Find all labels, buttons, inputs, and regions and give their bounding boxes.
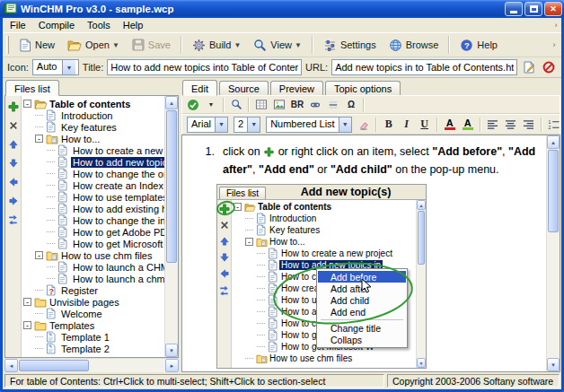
dropdown-caret-icon[interactable]: ▼ [247,118,260,132]
url-input[interactable] [331,59,517,75]
tree-item[interactable]: -Table of contents [232,201,416,213]
context-menu-item-add-after[interactable]: Add after [318,283,406,294]
tree-item[interactable]: How to get Microsoft W [22,238,164,249]
tree-item[interactable]: How create an Index [22,179,164,191]
apply-icon[interactable] [185,97,201,112]
highlight-icon[interactable]: A [460,117,476,132]
edit-page-icon[interactable] [521,60,537,75]
collapse-expander-icon[interactable]: - [234,203,242,211]
title-input[interactable] [107,59,302,75]
underline-icon[interactable]: U [417,117,433,132]
help-button[interactable]: ?Help [454,35,504,56]
numbered-list-icon[interactable]: 12 [546,117,562,132]
menu-file[interactable]: File [4,19,32,31]
tree-item[interactable]: -Templates [22,319,164,331]
context-menu-item-collaps[interactable]: Collaps [318,334,406,345]
delete-topic-icon[interactable] [219,220,230,231]
insert-hr-icon[interactable] [325,97,341,112]
collapse-expander-icon[interactable]: - [23,298,31,306]
font-combo[interactable]: Arial▼ [187,117,228,133]
add-topic-icon[interactable] [7,100,20,112]
tree-item[interactable]: How to create a new project [232,248,416,259]
tree-item[interactable]: Key features [22,121,164,133]
tab-source[interactable]: Source [219,81,269,95]
settings-button[interactable]: Settings [317,35,383,56]
tree-horizontal-scrollbar[interactable]: ◄ ► [4,358,179,372]
add-topic-icon[interactable] [219,204,230,214]
dropdown-caret-icon[interactable]: ▼ [234,41,241,49]
tree-item[interactable]: Introduction [232,213,416,224]
save-button[interactable]: Save [126,35,177,56]
tree-item[interactable]: How to create a new pro [22,144,164,156]
find-icon[interactable] [228,97,244,112]
collapse-expander-icon[interactable]: - [23,321,31,329]
insert-table-icon[interactable] [253,97,269,112]
close-button[interactable]: ✕ [544,2,562,16]
tree-item[interactable]: -How to... [232,236,416,248]
tab-edit[interactable]: Edit [182,80,217,96]
tree-item[interactable]: How to launch a chm file [22,273,164,284]
insert-link-icon[interactable] [307,97,323,112]
scroll-thumb[interactable] [166,110,177,263]
menu-compile[interactable]: Compile [32,19,81,31]
italic-icon[interactable]: I [399,117,415,132]
tree-item[interactable]: How to add existing html [22,203,164,214]
dropdown-caret-icon[interactable]: ▼ [112,41,119,49]
collapse-expander-icon[interactable]: - [245,238,253,246]
editor-vertical-scrollbar[interactable]: ▲ ▼ [546,135,560,371]
icon-combo[interactable]: Auto ▼ [32,59,79,75]
tree-item[interactable]: How to use templates [22,191,164,203]
new-button[interactable]: New [13,35,61,56]
build-button[interactable]: Build▼ [186,35,247,56]
insert-br-icon[interactable]: BR [289,97,305,112]
collapse-expander-icon[interactable]: - [35,251,43,259]
tree-item[interactable]: -How to use chm files [22,249,164,261]
menu-help[interactable]: Help [117,19,150,31]
special-char-icon[interactable]: Ω [343,97,359,112]
move-down-icon[interactable] [7,157,20,169]
context-menu-item-change-title[interactable]: Change title [318,322,406,334]
tree-item[interactable]: -How to... [22,133,164,144]
dropdown-caret-icon[interactable]: ▼ [215,118,227,132]
delete-topic-icon[interactable] [7,119,20,131]
reorder-icon[interactable] [219,284,230,295]
promote-icon[interactable] [219,268,230,279]
scroll-thumb[interactable] [19,360,89,371]
move-down-icon[interactable] [219,252,230,263]
promote-icon[interactable] [7,176,20,187]
collapse-expander-icon[interactable]: - [23,100,31,108]
size-combo[interactable]: 2▼ [234,117,260,133]
tree-item[interactable]: How to add new topics [22,156,164,168]
editor-content[interactable]: 1. click on or right click on an item, s… [182,135,546,371]
tree-item[interactable]: -Table of contents [22,98,164,109]
tree-item[interactable]: How to launch a CHM fil [22,261,164,273]
scroll-down-icon[interactable]: ▼ [547,358,560,371]
scroll-up-icon[interactable]: ▲ [165,96,178,109]
remove-format-icon[interactable] [356,117,372,132]
reorder-icon[interactable] [7,213,20,225]
tree-item[interactable]: ?Register [22,284,164,296]
font-color-icon[interactable]: A [442,117,458,132]
tree-item[interactable]: How to use chm files [232,353,416,364]
tab-topic-options[interactable]: Topic options [325,81,401,95]
tree-item[interactable]: -Unvisible pages [22,296,164,308]
scroll-thumb[interactable] [548,150,559,232]
move-up-icon[interactable] [7,138,20,150]
browse-button[interactable]: Browse [383,35,445,56]
tree-item[interactable]: How to change the orde [22,168,164,179]
toolbar-chevron-icon[interactable]: › [549,40,560,49]
demote-icon[interactable] [7,195,20,206]
tree-item[interactable]: Introduction [22,109,164,121]
scroll-right-icon[interactable]: ► [165,359,179,372]
dropdown-caret-icon[interactable]: ▼ [339,118,351,132]
align-right-icon[interactable] [521,117,537,132]
tree-vertical-scrollbar[interactable]: ▲ ▼ [164,96,178,357]
style-combo[interactable]: Numbered List▼ [266,117,352,133]
tree-item[interactable]: Key features [232,224,416,236]
collapse-expander-icon[interactable]: - [35,135,43,143]
dropdown-caret-icon[interactable]: ▼ [62,60,75,74]
context-menu-item-add-end[interactable]: Add end [318,306,406,318]
tree-item[interactable]: How to change the interf [22,214,164,226]
toolbar-grip[interactable] [6,36,9,54]
tab-preview[interactable]: Preview [270,81,323,95]
